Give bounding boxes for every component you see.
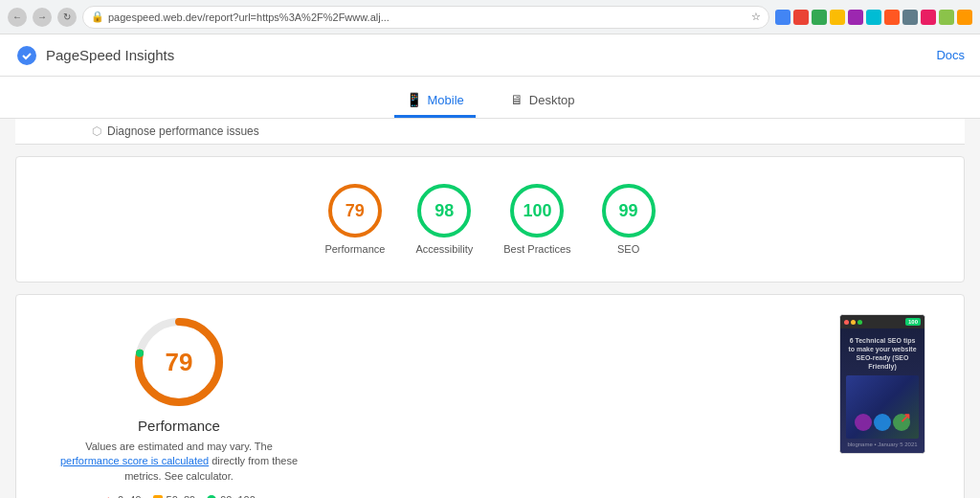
perf-detail-section: 79 Performance Values are estimated and … (15, 294, 965, 498)
ext-icon-1 (775, 10, 791, 25)
seo-score: 99 (619, 201, 638, 221)
ext-icon-5 (848, 10, 863, 25)
ext-icon-9 (921, 10, 936, 25)
perf-left: 79 Performance Values are estimated and … (55, 314, 303, 498)
legend-item-orange: 50–89 (153, 493, 196, 498)
url-text: pagespeed.web.dev/report?url=https%3A%2F… (108, 11, 390, 23)
address-bar[interactable]: 🔒 pagespeed.web.dev/report?url=https%3A%… (82, 6, 769, 29)
page-screenshot: 100 6 Technical SEO tips to make your we… (839, 314, 925, 454)
best-practices-score: 100 (523, 201, 551, 221)
screenshot-header-text: 6 Technical SEO tips to make your websit… (846, 334, 919, 373)
screenshot-arrow: ↗ (900, 410, 911, 425)
ext-icon-11 (957, 10, 972, 25)
score-item-performance[interactable]: 79 Performance (324, 184, 385, 255)
ext-icon-10 (939, 10, 954, 25)
accessibility-circle: 98 (417, 184, 471, 238)
score-item-accessibility[interactable]: 98 Accessibility (415, 184, 473, 255)
diagnose-text: Diagnose performance issues (107, 124, 259, 138)
accessibility-score: 98 (434, 201, 454, 221)
best-practices-circle: 100 (510, 184, 564, 238)
donut-chart: 79 (131, 314, 227, 410)
legend-item-red: ▲ 0–49 (102, 493, 141, 498)
score-section: 79 Performance 98 Accessibility 100 Best… (15, 156, 965, 283)
screenshot-topbar: 100 (840, 315, 924, 328)
app-logo: PageSpeed Insights (15, 44, 174, 67)
star-icon: ☆ (751, 11, 761, 23)
desktop-icon: 🖥 (510, 92, 523, 107)
seo-circle: 99 (602, 184, 656, 238)
refresh-button[interactable]: ↻ (57, 8, 77, 27)
legend-triangle-red: ▲ (102, 493, 114, 498)
screenshot-badge: 100 (905, 318, 921, 326)
mobile-icon: 📱 (406, 92, 422, 107)
perf-title: Performance (138, 418, 220, 434)
ext-icon-4 (830, 10, 845, 25)
legend-range-red: 0–49 (118, 494, 141, 498)
browser-chrome: ← → ↻ 🔒 pagespeed.web.dev/report?url=htt… (0, 0, 980, 34)
legend-item-green: 90–100 (207, 493, 256, 498)
performance-score: 79 (345, 201, 365, 221)
legend-range-orange: 50–89 (167, 494, 196, 498)
back-button[interactable]: ← (8, 8, 27, 27)
perf-score-link[interactable]: performance score is calculated (60, 455, 209, 466)
docs-link[interactable]: Docs (936, 48, 965, 62)
screenshot-body: 6 Technical SEO tips to make your websit… (840, 328, 924, 453)
tabs-bar: 📱 Mobile 🖥 Desktop (0, 77, 980, 119)
minimize-dot (851, 320, 856, 325)
score-item-seo[interactable]: 99 SEO (602, 184, 656, 255)
legend-row: ▲ 0–49 50–89 90–100 (102, 493, 256, 498)
ext-icon-2 (793, 10, 809, 25)
main-content: ⬡ Diagnose performance issues 79 Perform… (0, 119, 980, 498)
best-practices-label: Best Practices (503, 243, 570, 255)
seo-label: SEO (617, 243, 639, 255)
ext-icon-8 (902, 10, 918, 25)
tab-mobile-label: Mobile (428, 93, 464, 107)
performance-label: Performance (324, 243, 385, 255)
screenshot-image-area: ↗ (846, 375, 919, 439)
diagnose-icon: ⬡ (92, 124, 101, 138)
score-item-best-practices[interactable]: 100 Best Practices (503, 184, 570, 255)
tab-desktop-label: Desktop (529, 93, 575, 107)
browser-extensions (775, 10, 972, 25)
legend-range-green: 90–100 (220, 494, 256, 498)
ext-icon-7 (884, 10, 900, 25)
scores-row: 79 Performance 98 Accessibility 100 Best… (32, 172, 948, 266)
lock-icon: 🔒 (91, 11, 104, 23)
svg-point-0 (17, 46, 36, 65)
diagnose-bar: ⬡ Diagnose performance issues (15, 119, 965, 145)
donut-score: 79 (166, 348, 193, 377)
app-title: PageSpeed Insights (46, 47, 174, 63)
screenshot-footer: blogname • January 5 2021 (847, 441, 917, 447)
app-header: PageSpeed Insights Docs (0, 34, 980, 77)
perf-note: Values are estimated and may vary. The p… (55, 440, 303, 484)
pagespeed-logo-icon (15, 44, 38, 67)
expand-dot (858, 320, 862, 325)
forward-button[interactable]: → (33, 8, 52, 27)
close-dot (844, 320, 849, 325)
accessibility-label: Accessibility (415, 243, 473, 255)
ext-icon-6 (866, 10, 881, 25)
tab-desktop[interactable]: 🖥 Desktop (499, 84, 587, 118)
tab-mobile[interactable]: 📱 Mobile (394, 84, 476, 118)
performance-circle: 79 (328, 184, 382, 238)
ext-icon-3 (812, 10, 827, 25)
perf-note-prefix: Values are estimated and may vary. The (85, 441, 273, 452)
